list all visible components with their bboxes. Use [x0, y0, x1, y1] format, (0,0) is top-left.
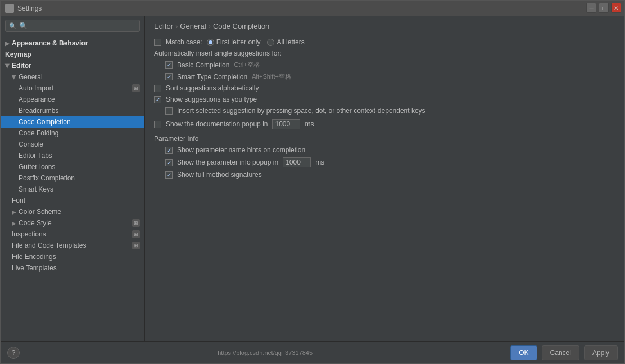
param-info-popup-input[interactable] [283, 157, 311, 167]
basic-completion-checkbox[interactable] [165, 61, 173, 69]
sidebar-label-inspections: Inspections [12, 230, 46, 238]
sidebar-item-code-completion[interactable]: Code Completion [1, 116, 144, 128]
sidebar-item-code-style[interactable]: ▶ Code Style ⊞ [1, 217, 144, 229]
insert-space-label: Insert selected suggestion by pressing s… [177, 107, 425, 115]
param-info-popup-row: Show the parameter info popup in ms [154, 157, 615, 167]
apply-button[interactable]: Apply [584, 345, 618, 360]
breadcrumb-sep2: › [209, 22, 211, 30]
window-controls: ─ □ ✕ [586, 3, 621, 13]
radio-all-letters-btn[interactable] [267, 39, 274, 46]
help-button[interactable]: ? [7, 347, 20, 359]
sidebar-label-appearance-behavior: Appearance & Behavior [12, 39, 88, 47]
sidebar-item-code-folding[interactable]: Code Folding [1, 128, 144, 139]
basic-completion-row: Basic Completion Ctrl+空格 [154, 61, 615, 69]
smart-completion-row: Smart Type Completion Alt+Shift+空格 [154, 72, 615, 81]
titlebar: Settings ─ □ ✕ [1, 1, 624, 16]
match-case-row: Match case: First letter only All letter… [154, 38, 615, 46]
sidebar-item-inspections[interactable]: Inspections ⊞ [1, 229, 144, 240]
footer: ? https://blog.csdn.net/qq_37317845 OK C… [1, 341, 624, 363]
show-doc-popup-input[interactable] [272, 119, 300, 129]
breadcrumb-code-completion: Code Completion [213, 22, 269, 30]
cancel-button[interactable]: Cancel [542, 345, 579, 360]
sidebar-label-breadcrumbs: Breadcrumbs [19, 107, 58, 115]
auto-insert-label-row: Automatically insert single suggestions … [154, 49, 615, 57]
sidebar-item-console[interactable]: Console [1, 139, 144, 150]
sidebar-item-editor[interactable]: ▶ Editor [1, 60, 144, 71]
breadcrumb-general: General [180, 22, 206, 30]
show-doc-popup-unit: ms [305, 120, 314, 128]
sidebar-label-editor-tabs: Editor Tabs [19, 152, 52, 160]
param-info-popup-unit: ms [315, 158, 324, 166]
sidebar-label-smart-keys: Smart Keys [19, 185, 53, 193]
radio-first-letter[interactable]: First letter only [207, 38, 261, 46]
sidebar-label-color-scheme: Color Scheme [19, 208, 61, 216]
sidebar-item-general[interactable]: ▶ General [1, 71, 144, 83]
show-doc-popup-label: Show the documentation popup in [166, 120, 268, 128]
badge-file-templates: ⊞ [132, 242, 140, 249]
minimize-button[interactable]: ─ [586, 3, 596, 13]
sidebar-label-code-completion: Code Completion [19, 118, 71, 126]
basic-completion-shortcut: Ctrl+空格 [234, 61, 260, 69]
sidebar-item-auto-import[interactable]: Auto Import ⊞ [1, 83, 144, 94]
settings-content-panel: Match case: First letter only All letter… [145, 34, 624, 341]
param-hints-checkbox[interactable] [165, 147, 173, 154]
sidebar-item-postfix-completion[interactable]: Postfix Completion [1, 172, 144, 184]
sidebar-label-general: General [19, 73, 43, 81]
window-title: Settings [17, 4, 42, 12]
sort-alpha-checkbox[interactable] [154, 85, 161, 92]
sidebar-label-console: Console [19, 140, 43, 148]
sidebar-item-smart-keys[interactable]: Smart Keys [1, 184, 144, 195]
breadcrumb-editor: Editor [154, 22, 173, 30]
sidebar-label-appearance: Appearance [19, 95, 55, 103]
breadcrumb-sep1: › [175, 22, 178, 30]
close-button[interactable]: ✕ [611, 3, 621, 13]
ok-button[interactable]: OK [510, 345, 537, 360]
sidebar-item-breadcrumbs[interactable]: Breadcrumbs [1, 105, 144, 116]
sidebar-item-appearance[interactable]: Appearance [1, 94, 144, 105]
sidebar-item-gutter-icons[interactable]: Gutter Icons [1, 161, 144, 172]
sidebar-item-editor-tabs[interactable]: Editor Tabs [1, 150, 144, 161]
show-suggestions-checkbox[interactable] [154, 96, 161, 103]
basic-completion-label: Basic Completion [177, 61, 229, 69]
sidebar-label-live-templates: Live Templates [12, 264, 57, 272]
auto-insert-label: Automatically insert single suggestions … [154, 49, 282, 57]
search-box[interactable]: 🔍 [5, 20, 140, 32]
sort-alpha-label: Sort suggestions alphabetically [166, 84, 259, 92]
footer-url: https://blog.csdn.net/qq_37317845 [218, 349, 312, 356]
sidebar-item-color-scheme[interactable]: ▶ Color Scheme [1, 206, 144, 217]
sidebar-item-file-code-templates[interactable]: File and Code Templates ⊞ [1, 240, 144, 251]
param-info-popup-checkbox[interactable] [165, 159, 173, 166]
radio-all-letters[interactable]: All letters [267, 38, 304, 46]
sidebar-tree: ▶ Appearance & Behavior Keymap ▶ Editor [1, 35, 144, 341]
content-area: Editor › General › Code Completion Match… [145, 16, 624, 341]
sidebar-item-keymap[interactable]: Keymap [1, 49, 144, 60]
badge-auto-import: ⊞ [132, 84, 140, 92]
search-input[interactable] [19, 22, 136, 30]
sidebar-label-postfix-completion: Postfix Completion [19, 174, 75, 182]
app-icon [5, 4, 14, 13]
match-case-checkbox[interactable] [154, 39, 161, 46]
sidebar-label-code-folding: Code Folding [19, 129, 58, 137]
radio-first-letter-btn[interactable] [207, 39, 214, 46]
settings-window: Settings ─ □ ✕ 🔍 ▶ Appearance & Behavior [0, 0, 625, 364]
full-method-row: Show full method signatures [154, 171, 615, 179]
tree-arrow-code-style: ▶ [12, 220, 16, 226]
show-suggestions-label: Show suggestions as you type [166, 95, 257, 103]
search-icon: 🔍 [9, 22, 17, 30]
sidebar-item-live-templates[interactable]: Live Templates [1, 262, 144, 274]
sidebar-item-file-encodings[interactable]: File Encodings [1, 251, 144, 262]
sidebar-label-keymap: Keymap [5, 51, 31, 58]
smart-completion-checkbox[interactable] [165, 73, 173, 80]
maximize-button[interactable]: □ [599, 3, 609, 13]
show-doc-popup-checkbox[interactable] [154, 121, 161, 128]
sort-alpha-row: Sort suggestions alphabetically [154, 84, 615, 92]
insert-space-checkbox[interactable] [165, 107, 173, 115]
badge-code-style: ⊞ [132, 219, 140, 227]
sidebar-item-appearance-behavior[interactable]: ▶ Appearance & Behavior [1, 38, 144, 49]
sidebar-item-font[interactable]: Font [1, 195, 144, 206]
show-doc-popup-row: Show the documentation popup in ms [154, 119, 615, 129]
radio-first-letter-label: First letter only [216, 38, 261, 46]
sidebar: 🔍 ▶ Appearance & Behavior Keymap [1, 16, 145, 341]
tree-arrow-editor: ▶ [4, 63, 11, 68]
full-method-checkbox[interactable] [165, 171, 173, 179]
